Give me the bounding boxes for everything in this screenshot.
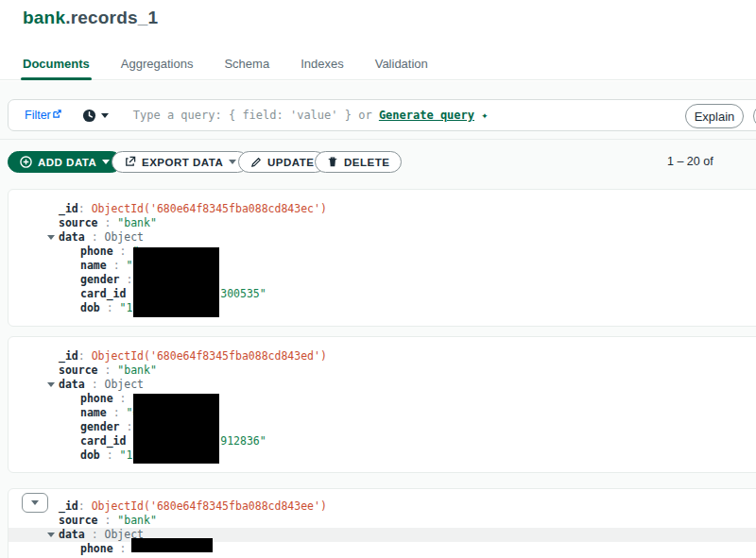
field-key: phone [80, 245, 113, 258]
field-value: Object [104, 230, 144, 244]
crud-toolbar: ADD DATA EXPORT DATA UPDATE DELETE 1 – 2… [0, 151, 756, 174]
field-separator: : [78, 499, 92, 513]
export-data-button[interactable]: EXPORT DATA [112, 151, 249, 173]
field-key: source [59, 216, 98, 229]
field-row-data[interactable]: data : Object [9, 378, 756, 392]
expand-caret-icon[interactable] [47, 533, 55, 537]
field-row-gender[interactable]: gender : [9, 420, 756, 434]
export-data-label: EXPORT DATA [142, 157, 223, 168]
field-separator: : [107, 259, 127, 272]
field-row-dob[interactable]: dob : "19 [9, 301, 756, 315]
field-key: card_id [80, 287, 126, 300]
field-value: 300535" [220, 287, 266, 300]
field-row-card_id[interactable]: card_id : 300535" [9, 287, 756, 301]
field-row-dob[interactable]: dob : "19 [9, 448, 756, 463]
query-bar: Filter Type a query: { field: 'value' } … [8, 99, 756, 131]
field-separator: : [98, 216, 118, 229]
field-key: dob [80, 301, 100, 314]
field-row-card_id[interactable]: card_id : 912836" [9, 434, 756, 448]
field-key: name [80, 259, 107, 272]
expand-caret-icon[interactable] [47, 382, 55, 387]
field-separator: : [107, 406, 127, 419]
section-divider [0, 139, 756, 140]
field-row-_id[interactable]: _id: ObjectId('680e64f8345fba088cd843ee'… [9, 499, 756, 514]
collapse-document-button[interactable] [22, 493, 48, 513]
field-row-_id[interactable]: _id: ObjectId('680e64f8345fba088cd843ed'… [9, 349, 756, 364]
field-separator: : [113, 245, 133, 258]
redacted-value-overlay [133, 394, 219, 464]
tab-documents[interactable]: Documents [23, 57, 90, 79]
tab-validation[interactable]: Validation [375, 57, 428, 79]
expand-caret-icon[interactable] [47, 235, 55, 240]
add-data-button[interactable]: ADD DATA [8, 151, 122, 173]
field-key: _id [59, 349, 78, 363]
field-row-gender[interactable]: gender : [9, 273, 756, 287]
field-separator: : [78, 202, 92, 215]
field-separator: : [100, 301, 120, 314]
pagination-status: 1 – 20 of [667, 155, 713, 168]
document-card: _id: ObjectId('680e64f8345fba088cd843ee'… [8, 488, 756, 558]
collection-namespace-title: bank.records_1 [23, 8, 158, 28]
clock-icon [82, 109, 96, 123]
field-key: data [59, 528, 85, 541]
field-separator: : [113, 392, 133, 405]
tab-schema[interactable]: Schema [224, 57, 269, 79]
field-value: ObjectId('680e64f8345fba088cd843ed') [92, 349, 327, 363]
field-value: "bank" [117, 364, 157, 377]
field-value: Object [104, 378, 144, 391]
filter-label: Filter [25, 109, 51, 122]
external-link-icon [53, 110, 61, 118]
field-value: 912836" [220, 434, 266, 448]
field-row-phone[interactable]: phone : [9, 542, 756, 556]
field-value: "bank" [117, 216, 157, 229]
field-key: phone [80, 542, 113, 555]
field-key: name [80, 406, 107, 419]
filter-link[interactable]: Filter [25, 109, 61, 122]
tab-indexes[interactable]: Indexes [301, 57, 344, 79]
trash-icon [327, 156, 338, 168]
field-key: gender [80, 420, 120, 433]
field-row-phone[interactable]: phone : " [9, 392, 756, 406]
sparkle-icon: ✦ [474, 109, 488, 122]
update-label: UPDATE [267, 157, 314, 168]
field-row-data[interactable]: data : Object [9, 230, 756, 245]
update-button[interactable]: UPDATE [238, 151, 326, 173]
field-separator: : [113, 542, 133, 555]
field-row-source[interactable]: source : "bank" [9, 364, 756, 378]
explain-button[interactable]: Explain [685, 104, 744, 128]
query-history-dropdown[interactable] [82, 109, 109, 123]
field-row-name[interactable]: name : "年 [9, 406, 756, 420]
field-row-data[interactable]: data : Object [9, 528, 756, 542]
field-key: source [59, 364, 98, 377]
field-row-phone[interactable]: phone : " [9, 245, 756, 259]
generate-query-link[interactable]: Generate query [379, 109, 474, 122]
field-row-_id[interactable]: _id: ObjectId('680e64f8345fba088cd843ec'… [9, 202, 756, 216]
redacted-value-overlay [131, 538, 213, 552]
tab-aggregations[interactable]: Aggregations [121, 57, 194, 79]
field-key: dob [80, 448, 100, 462]
field-row-source[interactable]: source : "bank" [9, 514, 756, 528]
collection-name: records_1 [71, 8, 159, 27]
redacted-value-overlay [133, 247, 219, 317]
query-input[interactable]: Type a query: { field: 'value' } or Gene… [133, 109, 489, 122]
field-key: data [59, 378, 85, 391]
field-value: ObjectId('680e64f8345fba088cd843ec') [92, 202, 327, 215]
chevron-down-icon [101, 113, 109, 118]
field-row-name[interactable]: name : "自 [9, 259, 756, 273]
tab-bar: DocumentsAggregationsSchemaIndexesValida… [0, 52, 756, 80]
plus-circle-icon [20, 156, 32, 168]
delete-button[interactable]: DELETE [315, 151, 402, 173]
field-separator: : [85, 378, 105, 391]
field-separator: : [98, 364, 118, 377]
field-separator: : [98, 514, 118, 527]
field-key: phone [80, 392, 113, 405]
field-key: gender [80, 273, 120, 286]
field-key: card_id [80, 434, 126, 448]
field-key: _id [59, 499, 78, 513]
explain-label: Explain [695, 110, 735, 124]
field-key: _id [59, 202, 78, 215]
field-row-source[interactable]: source : "bank" [9, 216, 756, 230]
add-data-label: ADD DATA [38, 157, 96, 168]
chevron-down-icon [31, 500, 39, 505]
field-value: "bank" [117, 514, 157, 527]
